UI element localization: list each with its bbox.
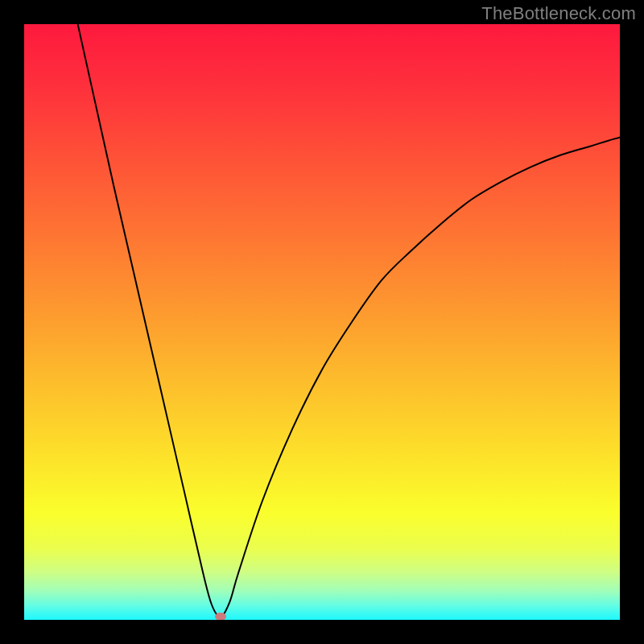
curve-svg — [24, 24, 620, 620]
minimum-marker — [215, 613, 226, 620]
bottleneck-curve — [78, 24, 620, 617]
watermark-text: TheBottleneck.com — [481, 3, 636, 24]
chart-frame: TheBottleneck.com — [0, 0, 644, 644]
plot-area — [24, 24, 620, 620]
